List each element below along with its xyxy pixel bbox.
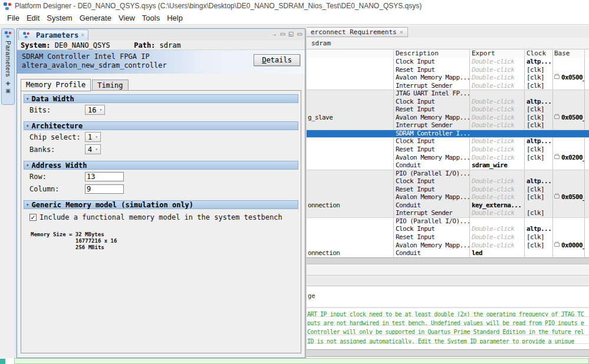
menu-tools[interactable]: Tools (139, 14, 163, 22)
message-row[interactable]: puts are not hardwired in test bench. Un… (307, 317, 589, 326)
column-name[interactable] (307, 49, 394, 58)
pin-icon[interactable]: ✚ (6, 81, 11, 87)
cell-filler (585, 82, 589, 90)
table-row[interactable]: Interrupt SenderDouble-click[clk] (307, 82, 589, 90)
section-header-address-width[interactable]: ▾Address Width (24, 161, 298, 170)
float-window-icon[interactable]: ▭ (280, 31, 285, 37)
table-row[interactable]: Clock InputDouble-clickaltp... (307, 177, 589, 186)
main-area: Parameters ✚ ▣ Parameters × → ▭ ◱ ▭ Syst… (0, 27, 589, 358)
menu-help[interactable]: Help (163, 14, 186, 22)
chip-select-select[interactable]: 1▾ (85, 132, 101, 142)
cell-export (470, 218, 525, 226)
menu-view[interactable]: View (115, 14, 139, 22)
table-row[interactable]: Reset InputDouble-click[clk] (307, 233, 589, 241)
menu-edit[interactable]: Edit (23, 14, 43, 22)
bits-select[interactable]: 16▾ (85, 105, 105, 115)
banks-select[interactable]: 4▾ (85, 144, 101, 154)
table-row[interactable]: Reset InputDouble-click[clk] (307, 186, 589, 194)
cell-name (307, 209, 394, 217)
cell-filler (585, 90, 589, 98)
table-row[interactable]: Avalon Memory Mapp...Double-click[clk]0x… (307, 241, 589, 250)
testbench-checkbox[interactable]: ✓ (29, 214, 37, 221)
column-label: Column: (29, 185, 85, 193)
table-row[interactable]: PIO (Parallel I/O)... (307, 170, 589, 178)
base-value: 0x0000_0 (561, 241, 585, 249)
field-chip-select: Chip select:1▾ (29, 131, 298, 143)
message-row[interactable]: Controller will only be supported in Qua… (307, 326, 589, 335)
table-row[interactable]: Reset InputDouble-click[clk] (307, 105, 589, 114)
table-row[interactable]: JTAG UART Intel FP... (307, 90, 589, 98)
column-export[interactable]: Export (470, 49, 525, 58)
cell-base (553, 186, 585, 194)
table-row[interactable]: Interrupt SenderDouble-click[clk] (307, 121, 589, 130)
table-row[interactable]: Clock InputDouble-clickaltp... (307, 137, 589, 145)
cell-description: Interrupt Sender (394, 121, 470, 130)
messages-scrollbar[interactable] (307, 349, 589, 357)
minimize-icon[interactable]: ▭ (297, 31, 302, 37)
cell-filler (585, 233, 589, 241)
table-row-selected[interactable]: SDRAM Controller I... (307, 130, 589, 138)
cell-clock (525, 218, 553, 226)
table-row[interactable]: onnectionConduitled (307, 249, 589, 257)
tab-interconnect-requirements[interactable]: erconnect Requirements × (307, 27, 408, 37)
message-row[interactable]: ART IP input clock need to be at least d… (307, 307, 589, 317)
table-row[interactable]: Interrupt SenderDouble-click[clk] (307, 209, 589, 217)
horizontal-scrollbar[interactable] (307, 257, 589, 264)
close-icon[interactable]: × (81, 32, 84, 38)
cell-filler (585, 154, 589, 162)
table-row[interactable]: Conduitsdram_wire (307, 161, 589, 170)
section-header-architecture[interactable]: ▾Architecture (24, 121, 298, 130)
table-row[interactable]: Avalon Memory Mapp...Double-click[clk]0x… (307, 74, 589, 82)
table-row[interactable]: Avalon Memory Mapp...Double-click[clk]0x… (307, 154, 589, 162)
table-row[interactable]: onnectionConduitkey_externa... (307, 201, 589, 210)
cell-clock (525, 130, 553, 138)
platform-designer-icon (4, 2, 11, 10)
cell-description: Reset Input (394, 233, 470, 241)
cell-base (553, 90, 585, 98)
cell-name: onnection (307, 201, 394, 210)
cell-filler (585, 209, 589, 217)
tab-parameters[interactable]: Parameters × (18, 29, 88, 40)
column-input[interactable] (85, 184, 124, 194)
column-clock[interactable]: Clock (525, 49, 553, 58)
column-base[interactable]: Base (553, 49, 585, 58)
section-title: Address Width (32, 161, 87, 170)
table-row[interactable]: Clock InputDouble-clickaltp... (307, 98, 589, 106)
cell-name (307, 193, 394, 201)
table-row[interactable]: g_slaveAvalon Memory Mapp...Double-click… (307, 114, 589, 122)
cell-name (307, 218, 394, 226)
cell-clock: [clk] (525, 154, 553, 162)
dock-arrow-icon[interactable]: → (271, 31, 277, 37)
field-banks: Banks:4▾ (29, 144, 298, 155)
table-row[interactable]: Avalon Memory Mapp...Double-click[clk]0x… (307, 193, 589, 201)
table-row[interactable]: Reset InputDouble-click[clk] (307, 145, 589, 154)
cell-clock: [clk] (525, 233, 553, 241)
column-filler (585, 49, 589, 58)
restore-window-icon[interactable]: ▣ (5, 88, 11, 94)
tab-memory-profile[interactable]: Memory Profile (21, 79, 91, 91)
row-input[interactable] (85, 172, 124, 181)
restore-window-icon[interactable]: ◱ (288, 31, 294, 37)
column-description[interactable]: Description (394, 49, 470, 58)
close-icon[interactable]: × (400, 29, 403, 35)
tab-timing[interactable]: Timing (92, 80, 128, 91)
message-row[interactable]: ID is not assigned automatically. Edit t… (307, 335, 589, 345)
sidebar-parameters-tab[interactable]: Parameters ✚ ▣ (1, 28, 15, 105)
cell-base: 0x0000_0 (553, 241, 585, 250)
cell-base (553, 201, 585, 210)
table-row[interactable]: PIO (Parallel I/O)... (307, 217, 589, 226)
table-row[interactable]: Reset InputDouble-click[clk] (307, 66, 589, 74)
cell-export: sdram_wire (470, 161, 525, 170)
cell-description: PIO (Parallel I/O)... (394, 170, 470, 178)
details-button[interactable]: Details (254, 54, 300, 66)
table-row[interactable]: Clock InputDouble-clickaltp... (307, 225, 589, 233)
menu-system[interactable]: System (43, 14, 75, 22)
messages-header: ge (307, 286, 589, 307)
cell-base (553, 66, 585, 74)
menu-file[interactable]: File (4, 14, 23, 22)
menu-generate[interactable]: Generate (76, 14, 115, 22)
section-header-generic-memory-model-simulation-only[interactable]: ▾Generic Memory model (simulation only) (24, 200, 298, 209)
table-row[interactable]: Clock InputDouble-clickaltp... (307, 58, 589, 66)
section-header-data-width[interactable]: ▾Data Width (24, 94, 298, 103)
tab-parameters-label: Parameters (36, 31, 78, 39)
